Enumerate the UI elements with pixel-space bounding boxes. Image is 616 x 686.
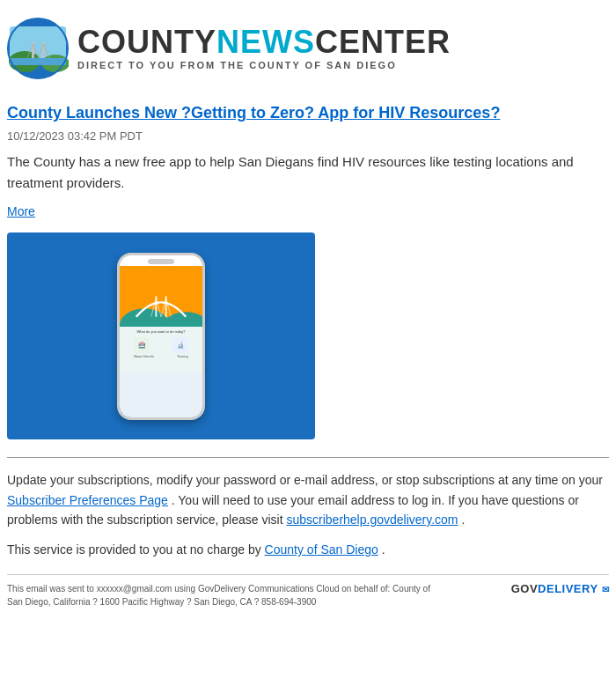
phone-icons-row: 🏥 🔬 [122, 337, 200, 353]
logo-subtitle: DIRECT TO YOU FROM THE COUNTY OF SAN DIE… [77, 60, 451, 70]
bottom-bar-note: This email was sent to xxxxxx@gmail.com … [7, 582, 447, 609]
more-link[interactable]: More [7, 204, 35, 218]
bottom-bar: This email was sent to xxxxxx@gmail.com … [7, 574, 609, 612]
govdelivery-text-part2: DELIVERY [538, 582, 598, 595]
logo-text: COUNTYNEWSCENTER DIRECT TO YOU FROM THE … [77, 26, 451, 70]
phone-icon-2: 🔬 [172, 337, 188, 353]
govdelivery-icon: ✉ [602, 585, 610, 594]
phone-screen-overlay: What do you want to do today? 🏥 🔬 Basic … [120, 327, 202, 417]
article-image: What do you want to do today? 🏥 🔬 Basic … [7, 232, 315, 439]
phone-notch [148, 259, 174, 264]
svg-rect-5 [42, 42, 45, 60]
footer-service-text: This service is provided to you at no ch… [7, 542, 261, 557]
footer-subscription-text: Update your subscriptions, modify your p… [7, 470, 609, 529]
logo-center: CENTER [315, 24, 451, 60]
footer-service-text-2: . [382, 542, 385, 557]
logo-news: NEWS [216, 24, 315, 60]
logo-title: COUNTYNEWSCENTER [77, 26, 451, 58]
header: COUNTYNEWSCENTER DIRECT TO YOU FROM THE … [7, 9, 609, 88]
article-title[interactable]: County Launches New ?Getting to Zero? Ap… [7, 102, 609, 124]
logo-icon [7, 18, 69, 79]
svg-rect-10 [10, 58, 66, 65]
govdelivery-logo-container: govDELIVERY ✉ [511, 582, 609, 595]
phone-icon-1: 🏥 [134, 337, 150, 353]
footer-update-text-1: Update your subscriptions, modify your p… [7, 473, 603, 487]
county-link[interactable]: County of San Diego [265, 542, 378, 557]
govdelivery-logo: govDELIVERY ✉ [511, 582, 609, 595]
phone-cta-text: What do you want to do today? [122, 329, 200, 334]
svg-rect-4 [32, 42, 34, 60]
logo-county: COUNTY [77, 24, 216, 60]
footer-update-text-3: . [461, 513, 465, 527]
phone-screen: What do you want to do today? 🏥 🔬 Basic … [120, 266, 202, 417]
govdelivery-text-part1: gov [511, 582, 538, 595]
footer-service-note: This service is provided to you at no ch… [7, 540, 609, 559]
subscriberhelp-link[interactable]: subscriberhelp.govdelivery.com [286, 513, 458, 527]
article-date: 10/12/2023 03:42 PM PDT [7, 129, 609, 143]
section-divider [7, 457, 609, 458]
article-body: The County has a new free app to help Sa… [7, 151, 609, 194]
phone-mockup: What do you want to do today? 🏥 🔬 Basic … [117, 253, 205, 420]
subscriber-preferences-link[interactable]: Subscriber Preferences Page [7, 493, 168, 507]
